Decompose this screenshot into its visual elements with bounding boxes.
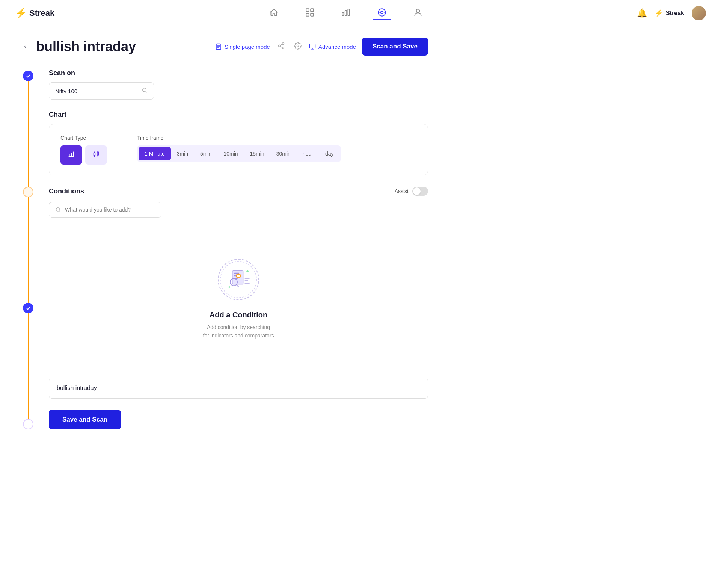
empty-state-illustration <box>219 259 258 300</box>
chart-type-group <box>60 145 107 165</box>
empty-state-desc: Add condition by searchingfor indicators… <box>203 323 274 340</box>
condition-search-input[interactable] <box>65 207 155 213</box>
svg-rect-4 <box>342 12 344 16</box>
svg-point-8 <box>380 11 383 14</box>
svg-rect-50 <box>244 278 249 279</box>
condition-search-wrapper <box>49 202 161 218</box>
svg-point-54 <box>229 286 231 288</box>
page-icon <box>215 43 222 50</box>
svg-rect-24 <box>309 44 315 48</box>
share-button[interactable] <box>276 41 287 53</box>
chart-type-candle-button[interactable] <box>85 145 107 165</box>
single-page-mode-button[interactable]: Single page mode <box>215 43 270 50</box>
tf-5min-button[interactable]: 5min <box>194 147 217 160</box>
user-name-label: Streak <box>666 10 684 17</box>
settings-button[interactable] <box>293 41 303 53</box>
svg-rect-52 <box>244 283 249 284</box>
tf-3min-button[interactable]: 3min <box>171 147 194 160</box>
tf-1min-button[interactable]: 1 Minute <box>139 147 171 160</box>
chart-section: Chart Chart Type <box>49 111 428 175</box>
empty-state-title: Add a Condition <box>210 311 267 319</box>
svg-line-28 <box>146 91 147 92</box>
header-actions: Single page mode <box>215 38 428 56</box>
step-4-dot <box>23 419 33 429</box>
nav-right: 🔔 ⚡ Streak <box>637 6 706 20</box>
scan-on-section: Scan on <box>49 69 428 100</box>
logo-bolt-icon: ⚡ <box>15 7 27 19</box>
scan-and-save-button[interactable]: Scan and Save <box>362 38 428 56</box>
svg-line-21 <box>280 46 282 47</box>
nav-dashboard[interactable] <box>301 6 318 20</box>
timeframe-label: Time frame <box>137 135 341 141</box>
svg-point-39 <box>56 208 60 211</box>
chart-type-bar-button[interactable] <box>60 145 82 165</box>
svg-rect-36 <box>97 152 99 155</box>
chart-options-row: Chart Type <box>60 135 416 165</box>
svg-rect-33 <box>94 153 95 155</box>
assist-label: Assist <box>395 188 409 194</box>
empty-state-icon-wrap <box>218 259 259 300</box>
tf-30min-button[interactable]: 30min <box>270 147 297 160</box>
toggle-knob <box>413 187 421 195</box>
page-title: bullish intraday <box>36 39 136 54</box>
page-header: ← bullish intraday Single page mode <box>23 38 428 56</box>
svg-rect-5 <box>345 11 347 16</box>
advance-mode-button[interactable]: Advance mode <box>309 43 356 50</box>
step-line-3 <box>28 313 29 419</box>
tf-day-button[interactable]: day <box>319 147 340 160</box>
svg-rect-6 <box>348 9 349 15</box>
app-logo[interactable]: ⚡ Streak <box>15 7 54 19</box>
svg-rect-0 <box>306 9 309 12</box>
scan-on-input[interactable] <box>55 88 142 94</box>
stepper-line <box>23 69 34 429</box>
app-name: Streak <box>29 8 54 18</box>
svg-point-18 <box>282 42 284 44</box>
condition-search-icon <box>55 207 61 213</box>
tf-15min-button[interactable]: 15min <box>244 147 270 160</box>
scan-name-input[interactable] <box>49 378 428 399</box>
scan-on-search-icon <box>142 87 148 95</box>
svg-line-49 <box>236 284 238 287</box>
scan-on-label: Scan on <box>49 69 428 77</box>
nav-scan[interactable] <box>373 6 391 20</box>
title-group: ← bullish intraday <box>23 39 136 54</box>
tf-hour-button[interactable]: hour <box>297 147 319 160</box>
svg-rect-2 <box>306 13 309 16</box>
timeframe-group: 1 Minute 3min 5min 10min 15min 30min hou… <box>137 145 341 162</box>
nav-center <box>265 6 427 20</box>
avatar[interactable] <box>692 6 706 20</box>
svg-point-53 <box>246 270 249 272</box>
advance-icon <box>309 43 316 50</box>
nav-home[interactable] <box>265 6 282 20</box>
step-line-2 <box>28 197 29 303</box>
chart-type-label: Chart Type <box>60 135 107 141</box>
tf-10min-button[interactable]: 10min <box>217 147 244 160</box>
svg-rect-51 <box>244 280 248 281</box>
step-2-dot <box>23 187 33 197</box>
user-brand: ⚡ Streak <box>655 9 684 17</box>
svg-point-19 <box>278 45 280 47</box>
back-button[interactable]: ← <box>23 42 31 51</box>
svg-point-23 <box>297 45 299 47</box>
timeframe-col: Time frame 1 Minute 3min 5min 10min 15mi… <box>137 135 341 162</box>
chart-label: Chart <box>49 111 428 119</box>
svg-point-47 <box>237 275 240 277</box>
svg-rect-3 <box>311 13 314 16</box>
scan-on-input-wrapper <box>49 82 154 100</box>
save-and-scan-button[interactable]: Save and Scan <box>49 410 121 429</box>
assist-toggle[interactable] <box>412 187 428 196</box>
stepper-container: Scan on Chart Char <box>23 69 428 429</box>
nav-chart[interactable] <box>337 6 354 20</box>
svg-line-40 <box>59 211 60 212</box>
user-bolt-icon: ⚡ <box>655 9 663 17</box>
nav-profile[interactable] <box>409 6 427 20</box>
assist-row: Assist <box>395 187 428 196</box>
svg-rect-1 <box>311 9 314 12</box>
svg-point-13 <box>416 9 419 12</box>
single-page-label: Single page mode <box>225 44 270 50</box>
notification-icon[interactable]: 🔔 <box>637 8 647 18</box>
bar-chart-icon <box>67 150 75 160</box>
step-3-dot <box>23 303 33 313</box>
conditions-section: Conditions Assist <box>49 187 428 355</box>
chart-card: Chart Type <box>49 124 428 175</box>
